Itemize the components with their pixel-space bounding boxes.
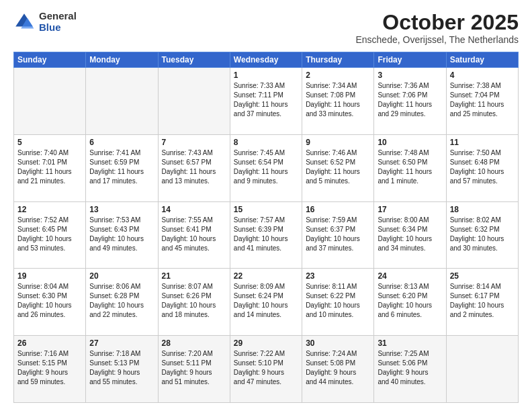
day-info: Sunrise: 7:34 AM Sunset: 7:08 PM Dayligh… — [306, 81, 370, 119]
day-info: Sunrise: 7:43 AM Sunset: 6:57 PM Dayligh… — [162, 148, 226, 186]
calendar-week-row: 5Sunrise: 7:40 AM Sunset: 7:01 PM Daylig… — [14, 134, 519, 201]
table-row: 1Sunrise: 7:33 AM Sunset: 7:11 PM Daylig… — [230, 68, 302, 135]
day-info: Sunrise: 8:11 AM Sunset: 6:22 PM Dayligh… — [306, 282, 370, 320]
day-info: Sunrise: 7:50 AM Sunset: 6:48 PM Dayligh… — [450, 148, 515, 186]
table-row: 29Sunrise: 7:22 AM Sunset: 5:10 PM Dayli… — [230, 336, 302, 403]
table-row: 10Sunrise: 7:48 AM Sunset: 6:50 PM Dayli… — [374, 134, 446, 201]
table-row — [86, 68, 158, 135]
day-number: 19 — [17, 271, 82, 281]
day-number: 13 — [89, 205, 154, 214]
day-info: Sunrise: 7:57 AM Sunset: 6:39 PM Dayligh… — [234, 216, 298, 253]
day-number: 26 — [17, 338, 82, 348]
col-monday: Monday — [86, 52, 158, 68]
calendar-table: Sunday Monday Tuesday Wednesday Thursday… — [13, 52, 519, 403]
day-number: 24 — [378, 271, 442, 281]
table-row: 9Sunrise: 7:46 AM Sunset: 6:52 PM Daylig… — [302, 134, 374, 201]
table-row: 11Sunrise: 7:50 AM Sunset: 6:48 PM Dayli… — [446, 134, 518, 201]
day-info: Sunrise: 8:09 AM Sunset: 6:24 PM Dayligh… — [234, 282, 298, 320]
day-info: Sunrise: 7:24 AM Sunset: 5:08 PM Dayligh… — [306, 349, 370, 387]
day-info: Sunrise: 7:40 AM Sunset: 7:01 PM Dayligh… — [17, 148, 82, 186]
table-row: 30Sunrise: 7:24 AM Sunset: 5:08 PM Dayli… — [302, 336, 374, 403]
col-saturday: Saturday — [446, 52, 518, 68]
day-info: Sunrise: 7:22 AM Sunset: 5:10 PM Dayligh… — [234, 349, 298, 387]
day-number: 30 — [306, 338, 370, 348]
day-number: 28 — [162, 338, 226, 348]
calendar-header-row: Sunday Monday Tuesday Wednesday Thursday… — [14, 52, 519, 68]
day-number: 31 — [378, 338, 442, 348]
day-info: Sunrise: 7:59 AM Sunset: 6:37 PM Dayligh… — [306, 216, 370, 253]
day-info: Sunrise: 7:53 AM Sunset: 6:43 PM Dayligh… — [89, 216, 154, 253]
col-friday: Friday — [374, 52, 446, 68]
table-row: 16Sunrise: 7:59 AM Sunset: 6:37 PM Dayli… — [302, 201, 374, 269]
logo: General Blue — [13, 11, 77, 33]
table-row: 23Sunrise: 8:11 AM Sunset: 6:22 PM Dayli… — [302, 269, 374, 336]
header: General Blue October 2025 Enschede, Over… — [13, 11, 519, 45]
day-info: Sunrise: 7:52 AM Sunset: 6:45 PM Dayligh… — [17, 216, 82, 253]
table-row: 13Sunrise: 7:53 AM Sunset: 6:43 PM Dayli… — [86, 201, 158, 269]
day-info: Sunrise: 7:46 AM Sunset: 6:52 PM Dayligh… — [306, 148, 370, 186]
day-info: Sunrise: 8:00 AM Sunset: 6:34 PM Dayligh… — [378, 216, 442, 253]
day-info: Sunrise: 7:38 AM Sunset: 7:04 PM Dayligh… — [450, 81, 515, 119]
day-info: Sunrise: 7:25 AM Sunset: 5:06 PM Dayligh… — [378, 349, 442, 387]
day-number: 9 — [306, 138, 370, 147]
day-number: 25 — [450, 271, 515, 281]
day-number: 29 — [234, 338, 298, 348]
table-row: 25Sunrise: 8:14 AM Sunset: 6:17 PM Dayli… — [446, 269, 518, 336]
day-info: Sunrise: 8:02 AM Sunset: 6:32 PM Dayligh… — [450, 216, 515, 253]
table-row: 28Sunrise: 7:20 AM Sunset: 5:11 PM Dayli… — [158, 336, 230, 403]
day-number: 2 — [306, 71, 370, 80]
table-row: 27Sunrise: 7:18 AM Sunset: 5:13 PM Dayli… — [86, 336, 158, 403]
day-info: Sunrise: 8:07 AM Sunset: 6:26 PM Dayligh… — [162, 282, 226, 320]
day-number: 5 — [17, 138, 82, 147]
day-number: 23 — [306, 271, 370, 281]
table-row: 24Sunrise: 8:13 AM Sunset: 6:20 PM Dayli… — [374, 269, 446, 336]
table-row: 17Sunrise: 8:00 AM Sunset: 6:34 PM Dayli… — [374, 201, 446, 269]
day-number: 14 — [162, 205, 226, 214]
table-row: 15Sunrise: 7:57 AM Sunset: 6:39 PM Dayli… — [230, 201, 302, 269]
day-info: Sunrise: 8:04 AM Sunset: 6:30 PM Dayligh… — [17, 282, 82, 320]
table-row: 19Sunrise: 8:04 AM Sunset: 6:30 PM Dayli… — [14, 269, 86, 336]
day-info: Sunrise: 7:16 AM Sunset: 5:15 PM Dayligh… — [17, 349, 82, 387]
day-number: 8 — [234, 138, 298, 147]
day-number: 12 — [17, 205, 82, 214]
day-number: 6 — [89, 138, 154, 147]
calendar-week-row: 1Sunrise: 7:33 AM Sunset: 7:11 PM Daylig… — [14, 68, 519, 135]
logo-general: General — [39, 11, 77, 22]
day-info: Sunrise: 7:55 AM Sunset: 6:41 PM Dayligh… — [162, 216, 226, 253]
day-info: Sunrise: 7:36 AM Sunset: 7:06 PM Dayligh… — [378, 81, 442, 119]
day-number: 10 — [378, 138, 442, 147]
table-row: 18Sunrise: 8:02 AM Sunset: 6:32 PM Dayli… — [446, 201, 518, 269]
day-number: 15 — [234, 205, 298, 214]
table-row: 21Sunrise: 8:07 AM Sunset: 6:26 PM Dayli… — [158, 269, 230, 336]
title-block: October 2025 Enschede, Overijssel, The N… — [355, 11, 519, 45]
day-info: Sunrise: 7:45 AM Sunset: 6:54 PM Dayligh… — [234, 148, 298, 186]
day-info: Sunrise: 7:20 AM Sunset: 5:11 PM Dayligh… — [162, 349, 226, 387]
table-row — [446, 336, 518, 403]
table-row — [14, 68, 86, 135]
table-row: 3Sunrise: 7:36 AM Sunset: 7:06 PM Daylig… — [374, 68, 446, 135]
day-number: 27 — [89, 338, 154, 348]
day-info: Sunrise: 7:18 AM Sunset: 5:13 PM Dayligh… — [89, 349, 154, 387]
day-info: Sunrise: 7:33 AM Sunset: 7:11 PM Dayligh… — [234, 81, 298, 119]
day-info: Sunrise: 8:06 AM Sunset: 6:28 PM Dayligh… — [89, 282, 154, 320]
table-row: 8Sunrise: 7:45 AM Sunset: 6:54 PM Daylig… — [230, 134, 302, 201]
day-info: Sunrise: 7:41 AM Sunset: 6:59 PM Dayligh… — [89, 148, 154, 186]
day-info: Sunrise: 8:14 AM Sunset: 6:17 PM Dayligh… — [450, 282, 515, 320]
table-row: 7Sunrise: 7:43 AM Sunset: 6:57 PM Daylig… — [158, 134, 230, 201]
day-info: Sunrise: 7:48 AM Sunset: 6:50 PM Dayligh… — [378, 148, 442, 186]
day-number: 7 — [162, 138, 226, 147]
location-title: Enschede, Overijssel, The Netherlands — [355, 34, 519, 45]
col-wednesday: Wednesday — [230, 52, 302, 68]
day-number: 1 — [234, 71, 298, 80]
day-number: 3 — [378, 71, 442, 80]
day-number: 17 — [378, 205, 442, 214]
day-number: 16 — [306, 205, 370, 214]
month-title: October 2025 — [355, 11, 519, 34]
day-number: 22 — [234, 271, 298, 281]
table-row: 26Sunrise: 7:16 AM Sunset: 5:15 PM Dayli… — [14, 336, 86, 403]
table-row: 31Sunrise: 7:25 AM Sunset: 5:06 PM Dayli… — [374, 336, 446, 403]
table-row: 2Sunrise: 7:34 AM Sunset: 7:08 PM Daylig… — [302, 68, 374, 135]
logo-text: General Blue — [39, 11, 77, 33]
col-thursday: Thursday — [302, 52, 374, 68]
day-number: 11 — [450, 138, 515, 147]
